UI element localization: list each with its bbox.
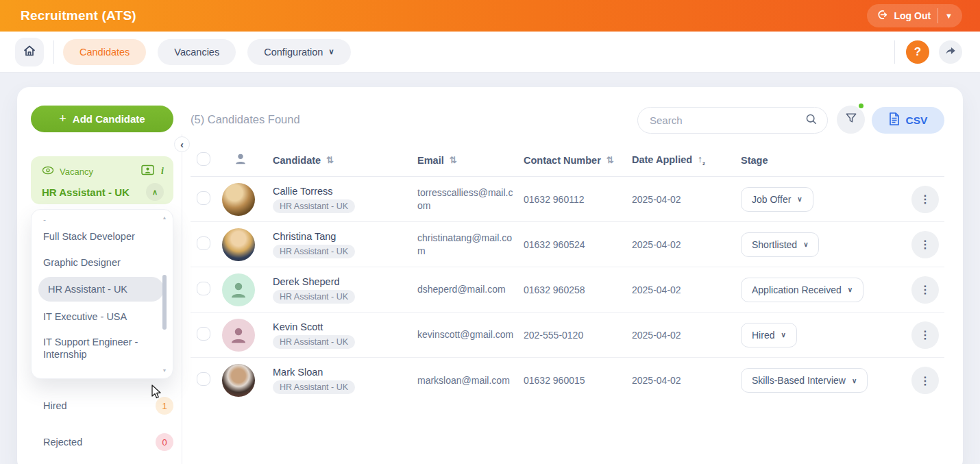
- header-contact: Contact Number: [524, 155, 601, 166]
- chevron-up-icon[interactable]: ∧: [146, 183, 164, 201]
- stage-dropdown[interactable]: Application Received∨: [741, 278, 863, 302]
- avatar-placeholder[interactable]: [222, 273, 255, 306]
- select-all-checkbox[interactable]: [197, 152, 210, 166]
- home-button[interactable]: [15, 38, 44, 66]
- logout-caret-icon[interactable]: ▼: [938, 12, 959, 20]
- date-applied: 2025-04-02: [632, 239, 741, 250]
- row-checkbox[interactable]: [197, 236, 210, 250]
- divider: [182, 134, 182, 464]
- row-menu-button[interactable]: ⋮: [911, 367, 939, 394]
- mouse-cursor: [149, 384, 162, 402]
- table-row: Derek Sheperd HR Assistant - UK dsheperd…: [191, 267, 944, 313]
- search-icon[interactable]: [805, 113, 818, 128]
- row-menu-button[interactable]: ⋮: [911, 321, 939, 349]
- stage-value: Job Offer: [752, 194, 791, 205]
- chevron-down-icon: ∨: [797, 195, 802, 203]
- row-menu-button[interactable]: ⋮: [911, 186, 939, 213]
- candidate-vacancy-pill: HR Assistant - UK: [273, 290, 355, 304]
- candidate-badge-icon[interactable]: [141, 164, 154, 178]
- row-checkbox[interactable]: [197, 191, 210, 205]
- tab-candidates[interactable]: Candidates: [63, 39, 146, 65]
- avatar-column-icon: [222, 151, 273, 169]
- avatar[interactable]: [222, 228, 255, 261]
- tab-vacancies[interactable]: Vacancies: [158, 39, 236, 65]
- content-card: + Add Candidate ‹ Vacancy i HR Assistant…: [17, 87, 963, 464]
- tab-candidates-label: Candidates: [79, 47, 130, 58]
- avatar[interactable]: [222, 183, 255, 216]
- vacancy-option-selected[interactable]: HR Assistant - UK: [38, 277, 164, 302]
- candidate-email: kevinscott@gmail.com: [417, 328, 520, 341]
- info-icon[interactable]: i: [161, 166, 164, 177]
- avatar[interactable]: [222, 364, 255, 397]
- vacancy-option[interactable]: IT Executive - USA: [43, 304, 159, 330]
- vacancy-selector[interactable]: Vacancy i HR Assistant - UK ∧: [31, 156, 173, 204]
- stat-rejected-label: Rejected: [43, 437, 82, 448]
- row-menu-button[interactable]: ⋮: [911, 231, 939, 258]
- csv-export-button[interactable]: CSV: [872, 107, 944, 134]
- filter-icon: [845, 112, 857, 127]
- collapse-sidebar-button[interactable]: ‹: [174, 136, 190, 152]
- plus-icon: +: [59, 112, 66, 126]
- filter-active-dot: [857, 102, 865, 110]
- app-title: Recruitment (ATS): [21, 8, 136, 23]
- date-applied: 2025-04-02: [632, 375, 741, 386]
- candidate-name[interactable]: Callie Torress: [273, 186, 417, 197]
- sort-icon-active[interactable]: ↑z: [698, 154, 705, 167]
- scroll-down-icon[interactable]: ▼: [161, 368, 168, 373]
- vacancy-option[interactable]: IT Support Engineer - Internship: [43, 330, 159, 368]
- share-button[interactable]: [939, 40, 962, 64]
- stage-dropdown[interactable]: Skills-Based Interview∨: [741, 368, 868, 393]
- logout-button[interactable]: Log Out ▼: [867, 4, 962, 27]
- divider: [894, 40, 895, 64]
- stage-dropdown[interactable]: Hired∨: [741, 323, 797, 347]
- chevron-down-icon: ∨: [852, 377, 857, 384]
- chevron-down-icon: ∨: [848, 286, 853, 293]
- share-icon: [944, 45, 957, 60]
- vacancy-option[interactable]: Full Stack Developer: [43, 223, 159, 249]
- sort-icon[interactable]: ⇅: [326, 155, 334, 165]
- filter-button[interactable]: [837, 106, 865, 134]
- chevron-down-icon: ∨: [803, 241, 808, 248]
- sort-icon[interactable]: ⇅: [607, 155, 614, 165]
- main-nav: Candidates Vacancies Configuration ∨ ?: [0, 32, 980, 72]
- date-applied: 2025-04-02: [632, 284, 741, 295]
- stage-dropdown[interactable]: Shortlisted∨: [741, 232, 819, 257]
- row-checkbox[interactable]: [197, 372, 210, 386]
- avatar-placeholder[interactable]: [222, 319, 255, 352]
- candidate-vacancy-pill: HR Assistant - UK: [273, 335, 355, 349]
- candidate-phone: 01632 960112: [524, 194, 632, 205]
- home-icon: [23, 44, 36, 60]
- candidate-phone: 01632 960524: [524, 239, 632, 250]
- candidate-name[interactable]: Derek Sheperd: [273, 276, 417, 287]
- date-applied: 2025-04-02: [632, 194, 741, 205]
- document-icon: [889, 112, 900, 128]
- add-candidate-button[interactable]: + Add Candidate: [31, 106, 173, 132]
- eye-icon: [42, 165, 54, 178]
- results-count: (5) Candidates Found: [191, 113, 300, 126]
- candidate-name[interactable]: Mark Sloan: [273, 367, 417, 378]
- vacancy-label: Vacancy: [60, 167, 141, 177]
- row-checkbox[interactable]: [197, 327, 210, 341]
- candidate-name[interactable]: Kevin Scott: [273, 321, 417, 332]
- header-stage: Stage: [741, 155, 768, 166]
- table-row: Callie Torress HR Assistant - UK torress…: [191, 177, 944, 222]
- stage-dropdown[interactable]: Job Offer∨: [741, 187, 813, 212]
- scroll-up-icon[interactable]: ▲: [161, 215, 168, 220]
- vacancy-option[interactable]: Graphic Designer: [43, 249, 159, 276]
- header-candidate: Candidate: [273, 155, 321, 166]
- candidate-email: dsheperd@mail.com: [417, 283, 520, 296]
- header-date-applied: Date Applied: [632, 154, 692, 165]
- tab-configuration[interactable]: Configuration ∨: [247, 39, 350, 65]
- scrollbar[interactable]: ▲ ▼: [161, 215, 168, 373]
- sort-icon[interactable]: ⇅: [450, 155, 457, 165]
- search-input[interactable]: [650, 114, 805, 126]
- row-checkbox[interactable]: [197, 282, 210, 295]
- header-email: Email: [417, 155, 444, 166]
- row-menu-button[interactable]: ⋮: [911, 276, 939, 304]
- search-box: [637, 107, 828, 134]
- help-button[interactable]: ?: [906, 40, 929, 64]
- top-app-bar: Recruitment (ATS) Log Out ▼: [0, 0, 980, 32]
- scrollbar-thumb[interactable]: [162, 275, 167, 330]
- candidate-name[interactable]: Christina Tang: [273, 231, 417, 242]
- stat-hired-label: Hired: [43, 400, 67, 411]
